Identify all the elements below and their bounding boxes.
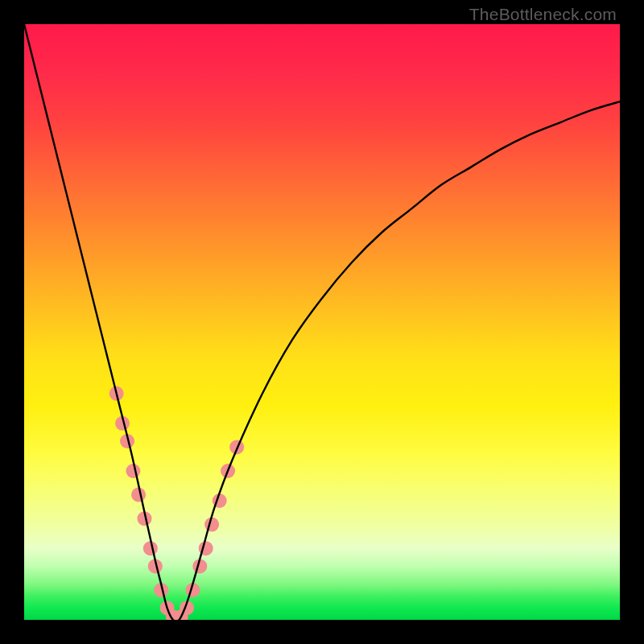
plot-area [24,24,620,620]
marker-group [109,386,244,620]
watermark-text: TheBottleneck.com [469,5,617,24]
v-curve [24,24,620,620]
chart-frame: TheBottleneck.com [0,0,644,644]
marker-dot [131,488,146,502]
marker-dot [126,464,140,478]
curve-layer [24,24,620,620]
